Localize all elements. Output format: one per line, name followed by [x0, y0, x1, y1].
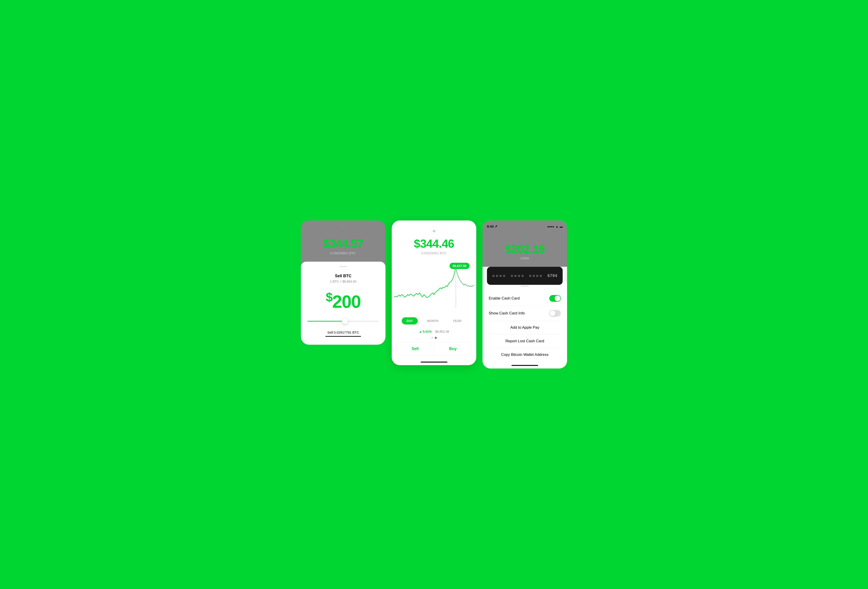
status-icons: ●●●● ▲ ▬ — [547, 225, 562, 228]
copy-bitcoin-wallet-item[interactable]: Copy Bitcoin Wallet Address — [483, 348, 567, 361]
report-lost-card-item[interactable]: Report Lost Cash Card — [483, 334, 567, 348]
screen3-header: ^ $202.16 CASH — [483, 230, 567, 267]
card-dot — [540, 275, 542, 277]
stat-percent: ▲ 5.01% — [419, 330, 431, 333]
card-dot — [533, 275, 535, 277]
show-cash-card-info-toggle[interactable] — [549, 310, 561, 317]
time-selector: DAY MONTH YEAR — [392, 314, 476, 328]
sell-amount: $200 — [326, 290, 361, 312]
chevron-up-icon-3[interactable]: ^ — [524, 235, 526, 240]
dot-2 — [435, 337, 437, 339]
panel-drag-handle[interactable] — [521, 286, 529, 287]
chart-svg — [394, 262, 474, 311]
card-dot — [503, 275, 505, 277]
enable-cash-card-row: Enable Cash Card — [483, 291, 567, 306]
action-buttons: Sell Buy — [396, 342, 472, 355]
card-dots-1 — [492, 275, 505, 277]
dot-1 — [431, 337, 433, 339]
card-dot — [496, 275, 498, 277]
wifi-icon: ▲ — [555, 225, 558, 228]
chart-btc-amount: 0.05026901 BTC — [421, 251, 446, 255]
battery-icon: ▬ — [560, 225, 562, 228]
stat-price: $6,852.38 — [435, 330, 449, 333]
time-btn-day[interactable]: DAY — [402, 317, 418, 324]
show-cash-card-info-row: Show Cash Card Info — [483, 306, 567, 321]
card-dot — [536, 275, 538, 277]
chart-price: $344.46 — [414, 237, 454, 250]
toggle-knob — [555, 296, 560, 301]
card-last4: 6794 — [548, 274, 557, 278]
screen2-top: ^ $344.46 0.05026901 BTC — [392, 221, 476, 259]
sell-btc-underline — [325, 336, 361, 337]
card-settings-panel: Enable Cash Card Show Cash Card Info Add… — [483, 280, 567, 368]
chevron-up-icon[interactable]: ^ — [342, 229, 344, 235]
cash-label: CASH — [521, 256, 529, 260]
sell-title: Sell BTC — [335, 274, 351, 278]
slider-fill — [308, 321, 343, 321]
enable-cash-card-label: Enable Cash Card — [489, 296, 520, 300]
enable-cash-card-toggle[interactable] — [549, 295, 561, 302]
dollar-sign: $ — [326, 290, 332, 304]
card-dots-2 — [511, 275, 524, 277]
amount-slider[interactable] — [308, 321, 379, 321]
card-dot — [529, 275, 531, 277]
price-chart: $6,637.92 — [392, 262, 476, 312]
btc-amount: 0.05026901 BTC — [331, 251, 356, 255]
cash-amount: $202.16 — [505, 242, 545, 256]
cash-card: 6794 — [487, 267, 562, 285]
show-cash-card-info-label: Show Cash Card Info — [489, 311, 525, 315]
sell-rate: 1 BTC = $6,854.50 — [330, 280, 356, 283]
home-indicator-3 — [511, 365, 538, 366]
sell-btc-label: Sell 0.02917791 BTC — [328, 330, 359, 334]
status-time: 9:43 ↗ — [487, 225, 497, 228]
add-to-apple-pay-item[interactable]: Add to Apple Pay — [483, 321, 567, 334]
chart-stats: ▲ 5.01% $6,852.38 — [392, 328, 476, 337]
chevron-up-icon-2[interactable]: ^ — [433, 229, 435, 235]
sell-button[interactable]: Sell — [396, 342, 434, 355]
screen-bitcoin-chart: ^ $344.46 0.05026901 BTC $6,637.92 DAY M… — [392, 221, 476, 365]
signal-icon: ●●●● — [547, 225, 554, 228]
card-dots-3 — [529, 275, 542, 277]
card-dot — [518, 275, 520, 277]
card-number-row: 6794 — [492, 274, 557, 278]
screen-cash-card: 9:43 ↗ ●●●● ▲ ▬ ^ $202.16 CASH — [483, 221, 567, 368]
sell-sheet: Sell BTC 1 BTC = $6,854.50 $200 Sell 0.0… — [301, 262, 385, 345]
page-dots — [392, 337, 476, 339]
screen-sell-btc: ^ $344.57 0.05026901 BTC Sell BTC 1 BTC … — [301, 221, 385, 345]
amount-value: 200 — [332, 292, 360, 312]
card-dot — [499, 275, 502, 277]
card-dot — [514, 275, 517, 277]
screens-container: ^ $344.57 0.05026901 BTC Sell BTC 1 BTC … — [301, 221, 567, 368]
card-dot — [492, 275, 495, 277]
chart-tooltip: $6,637.92 — [450, 263, 469, 269]
time-btn-month[interactable]: MONTH — [422, 317, 443, 324]
slider-track — [308, 321, 379, 321]
drag-handle[interactable] — [339, 266, 347, 267]
toggle-knob-2 — [550, 311, 555, 316]
status-bar: 9:43 ↗ ●●●● ▲ ▬ — [487, 223, 562, 230]
home-indicator — [421, 362, 447, 363]
card-dot — [511, 275, 513, 277]
screen3-top: 9:43 ↗ ●●●● ▲ ▬ — [483, 221, 567, 230]
screen1-top: ^ $344.57 0.05026901 BTC — [301, 221, 385, 262]
card-dot — [521, 275, 524, 277]
buy-button[interactable]: Buy — [434, 342, 472, 355]
slider-thumb[interactable] — [342, 318, 348, 324]
time-btn-year[interactable]: YEAR — [448, 317, 466, 324]
btc-price: $344.57 — [323, 237, 363, 250]
